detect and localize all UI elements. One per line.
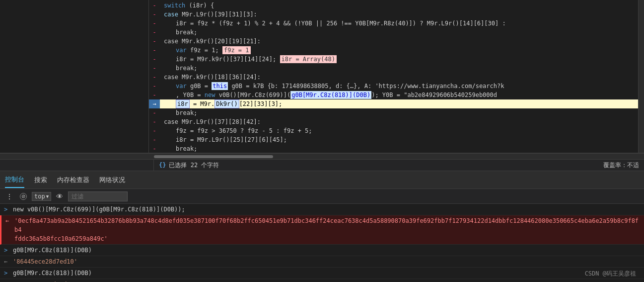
code-content: switch (i8r) { case M9r.L9r()[39][31][3]…	[160, 0, 638, 153]
code-line: break;	[160, 64, 638, 73]
diff-markers: - - - - - - - - - - - → - - - - -	[149, 0, 160, 153]
console-text-4: '86445ece28d7ed10'	[13, 257, 77, 266]
status-bar: {} 已选择 22 个字符 覆盖率：不适	[0, 159, 644, 171]
code-line: break;	[160, 108, 638, 117]
console-line-5: > g0B[M9r.C8z(818)](D0B)	[0, 268, 644, 279]
context-dropdown[interactable]: top ▼	[32, 192, 51, 201]
console-arrow-5: >	[4, 269, 10, 278]
code-line: break;	[160, 144, 638, 153]
console-text-5: g0B[M9r.C8z(818)](D0B)	[13, 269, 92, 278]
code-line: i8r = M9r.k9r()[37][14][24]; i8r = Array…	[160, 55, 638, 64]
console-text-6: '86445ece28d7ed10'	[13, 280, 77, 282]
code-line: switch (i8r) {	[160, 1, 638, 10]
vertical-scrollbar[interactable]	[638, 0, 644, 153]
console-line-1: > new v0B()[M9r.C8z(699)](g0B[M9r.C8z(81…	[0, 204, 644, 215]
watermark: CSDN @码王吴彦祖	[585, 270, 636, 278]
code-line: var f9z = 1; f9z = 1	[160, 46, 638, 55]
status-left-section	[5, 160, 154, 171]
code-line: i8r = f9z * (f9z + 1) % 2 + 4 && (!Y0B |…	[160, 19, 638, 28]
horizontal-scrollbar[interactable]	[0, 153, 644, 159]
console-arrow-3: >	[4, 246, 10, 255]
tab-network[interactable]: 网络状况	[99, 173, 125, 188]
eye-button[interactable]: 👁	[54, 191, 65, 201]
console-arrow-4: ←	[4, 257, 10, 266]
console-line-4: ← '86445ece28d7ed10'	[0, 256, 644, 268]
code-line: case M9r.L9r()[39][31][3]:	[160, 10, 638, 19]
coverage-label: 覆盖率：不适	[603, 161, 639, 170]
dropdown-arrow: ▼	[46, 194, 49, 199]
code-line: case M9r.k9r()[20][19][21]:	[160, 37, 638, 46]
code-line-highlighted: i8r = M9r.Dk9r()[22][33][3];	[160, 99, 638, 108]
console-arrow-6: ←	[4, 280, 10, 282]
curly-icon: {}	[159, 162, 166, 169]
status-text: 已选择 22 个字符	[169, 161, 219, 170]
scrollbar-thumb	[154, 155, 273, 158]
filter-input[interactable]	[68, 191, 128, 201]
console-text-1: new v0B()[M9r.C8z(699)](g0B[M9r.C8z(818)…	[13, 205, 185, 214]
console-arrow-1: >	[4, 205, 10, 214]
console-text-3: g0B[M9r.C8z(818)](D0B)	[13, 246, 92, 255]
context-label: top	[34, 193, 45, 200]
console-line-6: ← '86445ece28d7ed10'	[0, 279, 644, 282]
tab-memory[interactable]: 内存检查器	[57, 173, 89, 188]
tab-search[interactable]: 搜索	[34, 173, 47, 188]
code-line: f9z = f9z > 36750 ? f9z - 5 : f9z + 5;	[160, 126, 638, 135]
console-output[interactable]: > new v0B()[M9r.C8z(699)](g0B[M9r.C8z(81…	[0, 204, 644, 282]
devtools-tabs: 控制台 搜索 内存检查器 网络状况	[0, 171, 644, 189]
code-line: case M9r.k9r()[18][36][24]:	[160, 73, 638, 82]
tab-console[interactable]: 控制台	[5, 172, 24, 188]
console-arrow-2: ←	[5, 216, 11, 225]
code-line: , Y0B = new v0B()[M9r.C8z(699)](g0B[M9r.…	[160, 91, 638, 99]
console-line-3: > g0B[M9r.C8z(818)](D0B)	[0, 245, 644, 256]
console-toolbar: ⋮ ⊘ top ▼ 👁	[0, 189, 644, 204]
clear-button[interactable]: ⊘	[18, 192, 29, 201]
console-text-2: '0ecf8a473ab9a2b84521654b32876b8b93a748c…	[14, 216, 640, 243]
console-line-2: ← '0ecf8a473ab9a2b84521654b32876b8b93a74…	[0, 215, 644, 245]
code-line: break;	[160, 28, 638, 37]
code-editor: - - - - - - - - - - - → - - - - - switch…	[0, 0, 644, 153]
code-line: case M9r.L9r()[37][28][42]:	[160, 117, 638, 126]
code-line: i8r = M9r.L9r()[25][27][6][45];	[160, 135, 638, 144]
code-line: var g0B = this g0B = k7B {b: 17148986388…	[160, 82, 638, 91]
menu-button[interactable]: ⋮	[4, 191, 15, 201]
